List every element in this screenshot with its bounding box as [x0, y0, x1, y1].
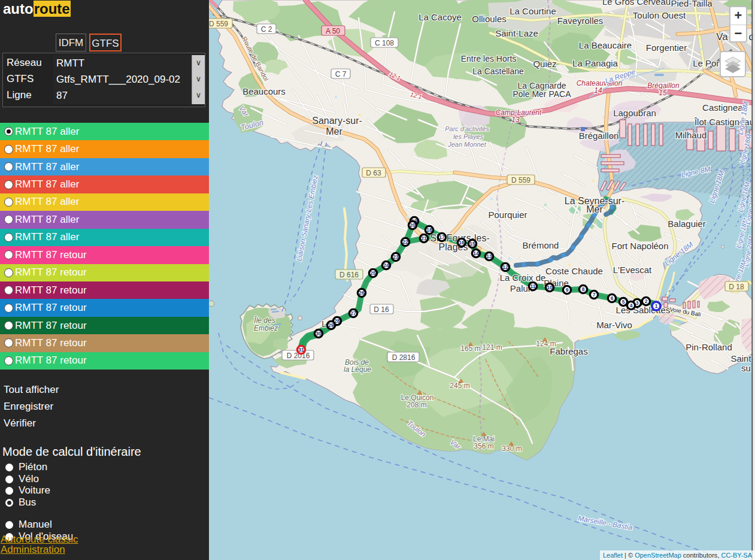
svg-text:9: 9 — [566, 287, 569, 293]
svg-text:La Cacoye: La Cacoye — [419, 12, 462, 22]
svg-text:La Courtine: La Courtine — [510, 6, 556, 16]
svg-text:D 18: D 18 — [729, 283, 744, 291]
svg-text:7: 7 — [593, 292, 596, 298]
svg-text:2: 2 — [645, 298, 648, 304]
svg-text:Quiez: Quiez — [533, 59, 556, 69]
svg-text:La Beaucaire: La Beaucaire — [579, 40, 632, 50]
svg-text:21: 21 — [421, 235, 427, 241]
svg-text:Milhaud: Milhaud — [675, 130, 707, 140]
svg-text:Pin-Rolland: Pin-Rolland — [686, 342, 732, 352]
svg-text:Parc d'activités: Parc d'activités — [445, 125, 489, 132]
svg-text:D 559: D 559 — [511, 176, 530, 184]
svg-text:Fort Napoléon: Fort Napoléon — [611, 241, 668, 251]
svg-text:23: 23 — [393, 254, 399, 260]
svg-text:Mer: Mer — [326, 126, 342, 137]
svg-text:Mer: Mer — [586, 204, 603, 214]
svg-text:Le Gros Cerveau: Le Gros Cerveau — [602, 0, 671, 7]
svg-text:330 m: 330 m — [502, 444, 521, 453]
svg-text:Faveyrolles: Faveyrolles — [557, 16, 604, 26]
svg-text:C 7: C 7 — [335, 70, 347, 78]
svg-text:24: 24 — [383, 262, 389, 268]
svg-text:3: 3 — [636, 300, 639, 306]
svg-text:16: 16 — [459, 240, 465, 246]
svg-text:30: 30 — [316, 331, 322, 337]
svg-text:5: 5 — [622, 299, 625, 305]
svg-text:27: 27 — [350, 310, 356, 316]
svg-text:Va: Va — [716, 31, 728, 43]
svg-text:6: 6 — [611, 295, 614, 301]
svg-text:Sanary-sur-: Sanary-sur- — [312, 116, 362, 126]
svg-text:31: 31 — [298, 347, 304, 353]
svg-text:Coste Chaude: Coste Chaude — [545, 266, 603, 276]
svg-text:14: 14 — [594, 86, 602, 95]
svg-text:Pied-Tailla: Pied-Tailla — [671, 0, 712, 8]
svg-text:La Castellane: La Castellane — [472, 66, 524, 76]
svg-text:su: su — [741, 363, 751, 373]
svg-text:1: 1 — [655, 303, 658, 309]
svg-text:Beaucours: Beaucours — [242, 86, 286, 96]
svg-text:Brégaillon: Brégaillon — [579, 131, 619, 141]
svg-text:17: 17 — [439, 234, 445, 240]
svg-text:15: 15 — [659, 89, 667, 97]
svg-text:Entre les Horts: Entre les Horts — [461, 54, 517, 63]
svg-text:Balaguier: Balaguier — [668, 219, 705, 229]
svg-text:Lagoubran: Lagoubran — [613, 108, 656, 118]
svg-text:C 108: C 108 — [375, 39, 394, 47]
svg-text:13: 13 — [511, 116, 520, 124]
svg-text:Ollioules: Ollioules — [472, 14, 507, 24]
svg-text:La Panagia: La Panagia — [572, 58, 618, 68]
svg-text:Jean Monnet: Jean Monnet — [447, 141, 487, 148]
svg-text:15: 15 — [469, 241, 475, 247]
svg-text:Saint-Laze: Saint-Laze — [495, 28, 538, 38]
svg-text:20: 20 — [410, 222, 416, 228]
svg-text:4: 4 — [630, 302, 633, 308]
svg-text:12: 12 — [502, 264, 508, 270]
svg-text:13: 13 — [486, 253, 492, 259]
svg-text:8: 8 — [582, 286, 585, 292]
svg-text:208 m: 208 m — [407, 401, 426, 409]
svg-text:10: 10 — [547, 284, 553, 290]
svg-text:La Croix de: La Croix de — [500, 273, 546, 283]
svg-text:la Lèque: la Lèque — [344, 365, 371, 374]
svg-text:121 m: 121 m — [482, 343, 502, 352]
svg-text:Pole Mer PACA: Pole Mer PACA — [513, 89, 572, 99]
svg-text:Embiez: Embiez — [254, 324, 278, 332]
svg-text:14: 14 — [473, 250, 479, 256]
svg-text:29: 29 — [328, 322, 334, 328]
svg-text:Toulon Ouest: Toulon Ouest — [633, 10, 686, 20]
svg-text:356 m: 356 m — [474, 442, 493, 450]
svg-text:26: 26 — [359, 290, 365, 296]
svg-text:C 2: C 2 — [261, 25, 272, 34]
svg-text:25: 25 — [370, 270, 376, 276]
svg-text:les Playes: les Playes — [453, 133, 484, 140]
svg-text:Île des: Île des — [254, 316, 275, 325]
svg-text:D 616: D 616 — [339, 271, 359, 279]
svg-text:Forgentier: Forgentier — [646, 43, 687, 53]
svg-text:D 2816: D 2816 — [392, 353, 416, 362]
svg-text:A 50: A 50 — [326, 27, 340, 35]
svg-text:D 16: D 16 — [374, 305, 389, 314]
svg-text:D 63: D 63 — [366, 169, 381, 177]
svg-text:D 559: D 559 — [209, 20, 228, 28]
svg-text:Saint-: Saint- — [730, 353, 754, 364]
svg-text:22: 22 — [402, 239, 408, 245]
svg-text:L'Evescat: L'Evescat — [613, 265, 652, 275]
svg-text:245 m: 245 m — [450, 382, 469, 390]
svg-text:18: 18 — [426, 227, 432, 233]
svg-text:Pourquier: Pourquier — [488, 210, 527, 220]
svg-text:Brémond: Brémond — [523, 240, 559, 250]
svg-text:Mar-Vivo: Mar-Vivo — [596, 320, 632, 330]
svg-text:11: 11 — [530, 283, 536, 289]
